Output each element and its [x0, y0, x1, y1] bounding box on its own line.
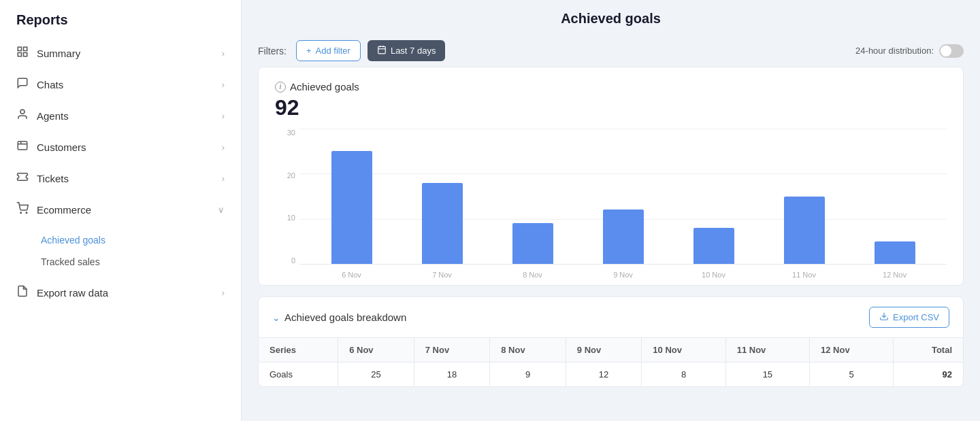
chevron-right-icon: › [222, 80, 225, 90]
add-filter-button[interactable]: + Add filter [296, 40, 361, 61]
y-label-30: 30 [287, 129, 295, 137]
svg-point-7 [26, 212, 27, 214]
bar-date-label: 6 Nov [342, 271, 361, 279]
chart-title: i Achieved goals [275, 81, 947, 92]
table-cell-series: Goals [259, 363, 338, 387]
table-cell-value: 25 [338, 363, 414, 387]
chart-total: 92 [275, 95, 947, 120]
agents-icon [16, 108, 29, 123]
y-label-0: 0 [291, 256, 295, 265]
svg-rect-1 [24, 47, 27, 50]
date-range-button[interactable]: Last 7 days [368, 40, 446, 61]
chevron-down-icon: ∨ [218, 205, 225, 215]
sidebar-item-chats[interactable]: Chats › [0, 69, 241, 100]
download-icon [879, 311, 889, 323]
info-icon: i [275, 82, 286, 92]
chevron-right-icon: › [222, 142, 225, 152]
export-icon [16, 285, 29, 300]
table-header-cell: 8 Nov [490, 338, 566, 363]
customers-icon [16, 139, 29, 154]
table-header-cell: 10 Nov [642, 338, 725, 363]
export-csv-button[interactable]: Export CSV [869, 307, 949, 328]
table-cell-value: 12 [566, 363, 642, 387]
bar [693, 228, 734, 264]
page-title: Achieved goals [258, 11, 964, 27]
table-cell-value: 15 [725, 363, 809, 387]
main-content: Achieved goals Filters: + Add filter Las… [242, 0, 980, 421]
sidebar-item-summary[interactable]: Summary › [0, 37, 241, 69]
table-header-cell: 11 Nov [725, 338, 809, 363]
page-header: Achieved goals [242, 0, 980, 35]
bar-group: 9 Nov [603, 129, 644, 264]
table-cell-value: 8 [642, 363, 725, 387]
table-header-cell: Series [259, 338, 338, 363]
sidebar-item-export-raw-data[interactable]: Export raw data › [0, 277, 241, 308]
table-header-cell: 6 Nov [338, 338, 414, 363]
breakdown-header: ⌄ Achieved goals breakdown Export CSV [259, 297, 963, 338]
breakdown-table-wrap: Series6 Nov7 Nov8 Nov9 Nov10 Nov11 Nov12… [259, 338, 963, 386]
summary-icon [16, 46, 29, 61]
distribution-toggle[interactable] [939, 44, 964, 58]
sidebar-item-customers[interactable]: Customers › [0, 131, 241, 163]
bar-date-label: 8 Nov [523, 271, 542, 279]
svg-point-6 [20, 212, 22, 214]
bar-group: 7 Nov [422, 129, 463, 264]
sidebar-item-label: Tickets [37, 173, 69, 184]
svg-rect-3 [24, 53, 27, 56]
bar-date-label: 12 Nov [883, 271, 906, 279]
table-row: Goals2518912815592 [259, 363, 963, 387]
sidebar-item-label: Agents [37, 110, 69, 122]
svg-rect-0 [18, 47, 21, 50]
chevron-right-icon: › [222, 111, 225, 121]
chevron-right-icon: › [222, 288, 225, 298]
sidebar-item-label: Ecommerce [37, 204, 91, 216]
sidebar-item-ecommerce[interactable]: Ecommerce ∨ [0, 194, 241, 225]
bar-date-label: 7 Nov [432, 271, 452, 279]
sidebar-item-tickets[interactable]: Tickets › [0, 163, 241, 194]
sidebar-item-label: Chats [37, 79, 63, 90]
tickets-icon [16, 171, 29, 186]
bar [875, 241, 915, 264]
sidebar-item-tracked-sales[interactable]: Tracked sales [41, 251, 241, 273]
chevron-down-icon: ⌄ [272, 312, 280, 323]
bar-group: 10 Nov [693, 129, 734, 264]
sidebar-item-label: Export raw data [37, 287, 108, 299]
bar-date-label: 9 Nov [613, 271, 633, 279]
chart-card: i Achieved goals 92 30 20 10 0 [258, 67, 964, 286]
table-header-cell: 9 Nov [566, 338, 642, 363]
bar [603, 209, 644, 264]
ecommerce-icon [16, 202, 29, 217]
bar-date-label: 11 Nov [792, 271, 816, 279]
bar-group: 6 Nov [331, 129, 372, 264]
sidebar: Reports Summary › Chats › Agents › [0, 0, 242, 421]
y-label-10: 10 [287, 214, 295, 222]
table-header-cell: Total [894, 338, 963, 363]
bar-date-label: 10 Nov [702, 271, 725, 279]
y-label-20: 20 [287, 171, 295, 180]
bar-group: 12 Nov [875, 129, 915, 264]
svg-rect-8 [378, 46, 386, 54]
table-header-cell: 7 Nov [414, 338, 490, 363]
table-cell-value: 5 [810, 363, 894, 387]
chats-icon [16, 77, 29, 92]
calendar-icon [377, 45, 387, 56]
plus-icon: + [306, 46, 312, 56]
distribution-label: 24-hour distribution: [855, 46, 934, 56]
table-cell-total: 92 [894, 363, 963, 387]
breakdown-table: Series6 Nov7 Nov8 Nov9 Nov10 Nov11 Nov12… [259, 338, 963, 386]
breakdown-card: ⌄ Achieved goals breakdown Export CSV Se… [258, 297, 964, 387]
sidebar-item-label: Summary [37, 48, 80, 59]
filters-label: Filters: [258, 46, 287, 56]
sidebar-item-achieved-goals[interactable]: Achieved goals [41, 229, 241, 251]
svg-point-4 [20, 110, 24, 114]
table-header-cell: 12 Nov [810, 338, 894, 363]
svg-rect-5 [18, 141, 27, 150]
sidebar-item-label: Customers [37, 141, 86, 153]
filters-bar: Filters: + Add filter Last 7 days 24-hou… [242, 35, 980, 67]
chevron-right-icon: › [222, 173, 225, 184]
svg-rect-2 [18, 53, 21, 56]
bar-group: 8 Nov [512, 129, 553, 264]
ecommerce-submenu: Achieved goals Tracked sales [0, 225, 241, 277]
sidebar-item-agents[interactable]: Agents › [0, 100, 241, 131]
distribution-toggle-container: 24-hour distribution: [855, 44, 964, 58]
